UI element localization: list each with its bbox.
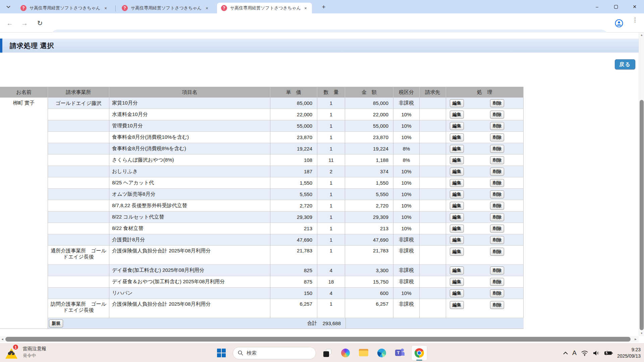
start-button[interactable] <box>215 346 228 360</box>
satsuki-favicon-icon: ? <box>122 5 128 11</box>
delete-button[interactable]: 削除 <box>490 278 504 286</box>
scroll-left-arrow-icon[interactable]: ◄ <box>0 336 5 342</box>
scroll-right-arrow-icon[interactable]: ► <box>633 336 638 342</box>
amount-cell: 374 <box>345 166 393 177</box>
task-view-icon <box>323 349 331 357</box>
table-row: 介護費計8月分 47,690 1 47,690 非課税 編集 削除 <box>48 234 524 246</box>
volume-icon[interactable] <box>593 350 600 356</box>
back-to-list-button[interactable]: 戻る <box>615 59 635 69</box>
edit-button[interactable]: 編集 <box>450 213 464 221</box>
new-row-button[interactable]: 新規 <box>49 319 63 327</box>
tab-close-icon[interactable]: × <box>303 5 309 11</box>
tab-1[interactable]: ? サ高住専用経営ソフトさつきちゃん × <box>16 3 113 13</box>
edit-button[interactable]: 編集 <box>450 266 464 275</box>
actions-cell: 編集 削除 <box>446 276 524 288</box>
delete-button[interactable]: 削除 <box>490 111 504 119</box>
reload-icon[interactable]: ↻ <box>35 18 45 28</box>
header-amount: 金 額 <box>345 87 393 98</box>
delete-button[interactable]: 削除 <box>490 168 504 176</box>
back-icon[interactable]: ← <box>5 18 15 28</box>
scroll-up-arrow-icon[interactable]: ▲ <box>639 33 644 38</box>
edit-button[interactable]: 編集 <box>450 111 464 119</box>
delete-button[interactable]: 削除 <box>490 99 504 107</box>
edit-button[interactable]: 編集 <box>450 248 464 256</box>
delete-button[interactable]: 削除 <box>490 190 504 198</box>
forward-icon[interactable]: → <box>19 18 30 28</box>
quantity-cell: 1 <box>317 189 345 200</box>
tab-search-chevron-icon[interactable] <box>4 3 13 11</box>
horizontal-scroll-thumb[interactable] <box>5 337 631 342</box>
tab-close-icon[interactable]: × <box>103 5 109 11</box>
battery-icon[interactable] <box>604 351 613 356</box>
copilot-button[interactable] <box>339 346 352 360</box>
delete-button[interactable]: 削除 <box>490 301 504 309</box>
taskbar-clock[interactable]: 9:23 2025/09/13 <box>617 347 641 359</box>
chrome-button-active[interactable] <box>411 345 427 361</box>
edit-button[interactable]: 編集 <box>450 202 464 210</box>
amount-cell: 19,224 <box>345 143 393 155</box>
table-row: 8/22 コルセット代立替 29,309 1 29,309 10% 編集 削除 <box>48 212 524 223</box>
edit-button[interactable]: 編集 <box>450 133 464 141</box>
delete-button[interactable]: 削除 <box>490 289 504 297</box>
tray-chevron-up-icon[interactable] <box>563 352 568 355</box>
delete-button[interactable]: 削除 <box>490 133 504 141</box>
delete-button[interactable]: 削除 <box>490 156 504 164</box>
profile-avatar-icon[interactable] <box>615 19 623 29</box>
edit-button[interactable]: 編集 <box>450 301 464 309</box>
quantity-cell: 1 <box>317 246 345 265</box>
edit-button[interactable]: 編集 <box>450 225 464 233</box>
actions-cell: 編集 削除 <box>446 200 524 212</box>
edit-button[interactable]: 編集 <box>450 236 464 244</box>
scroll-down-arrow-icon[interactable]: ▼ <box>639 331 644 336</box>
actions-cell: 編集 削除 <box>446 155 524 166</box>
total-value: 293,688 <box>323 320 341 326</box>
delete-button[interactable]: 削除 <box>490 225 504 233</box>
tab-3-active[interactable]: ? サ高住専用経営ソフトさつきちゃん × <box>217 3 312 13</box>
new-tab-button[interactable]: + <box>319 3 328 11</box>
delete-button[interactable]: 削除 <box>490 213 504 221</box>
delete-button[interactable]: 削除 <box>490 248 504 256</box>
wifi-icon[interactable] <box>581 350 588 356</box>
window-minimize-button[interactable]: – <box>588 0 606 13</box>
edit-button[interactable]: 編集 <box>450 156 464 164</box>
ime-indicator[interactable]: A <box>572 349 577 357</box>
edit-button[interactable]: 編集 <box>450 145 464 153</box>
file-explorer-button[interactable] <box>357 346 370 360</box>
edit-button[interactable]: 編集 <box>450 99 464 107</box>
delete-button[interactable]: 削除 <box>490 179 504 187</box>
horizontal-scrollbar[interactable]: ◄ ► <box>0 336 639 342</box>
table-row: 8/22 食材立替 213 1 213 10% 編集 削除 <box>48 223 524 234</box>
delete-button[interactable]: 削除 <box>490 145 504 153</box>
item-name-cell: 家賃10月分 <box>109 98 270 109</box>
vertical-scrollbar[interactable]: ▲ ▼ <box>639 33 644 336</box>
window-close-button[interactable]: ✕ <box>625 0 644 13</box>
delete-button[interactable]: 削除 <box>490 122 504 130</box>
taskbar-weather-widget[interactable]: 1 雷雨注意報 発令中 <box>5 345 46 359</box>
tax-class-cell: 非課税 <box>393 276 420 288</box>
actions-cell: 編集 削除 <box>446 265 524 276</box>
delete-button[interactable]: 削除 <box>490 236 504 244</box>
business-cell <box>48 132 109 143</box>
vertical-scroll-thumb[interactable] <box>640 100 644 330</box>
edit-button[interactable]: 編集 <box>450 289 464 297</box>
header-bill-to: 請求先 <box>420 87 446 98</box>
satsuki-favicon-icon: ? <box>221 5 227 11</box>
task-view-button[interactable] <box>321 346 334 360</box>
edit-button[interactable]: 編集 <box>450 168 464 176</box>
edge-button[interactable] <box>375 346 388 360</box>
delete-button[interactable]: 削除 <box>490 202 504 210</box>
tax-class-cell: 10% <box>393 189 420 200</box>
browser-menu-icon[interactable]: ⋮ <box>632 19 638 21</box>
teams-button[interactable]: T <box>393 346 407 360</box>
taskbar-search-box[interactable]: 検索 <box>233 347 316 359</box>
edit-button[interactable]: 編集 <box>450 190 464 198</box>
delete-button[interactable]: 削除 <box>490 266 504 275</box>
window-maximize-button[interactable] <box>606 0 625 13</box>
edit-button[interactable]: 編集 <box>450 179 464 187</box>
business-cell <box>48 143 109 155</box>
edit-button[interactable]: 編集 <box>450 122 464 130</box>
tax-class-cell: 10% <box>393 177 420 189</box>
edit-button[interactable]: 編集 <box>450 278 464 286</box>
tab-close-icon[interactable]: × <box>204 5 210 11</box>
tab-2[interactable]: ? サ高住専用経営ソフトさつきちゃん × <box>118 3 215 13</box>
